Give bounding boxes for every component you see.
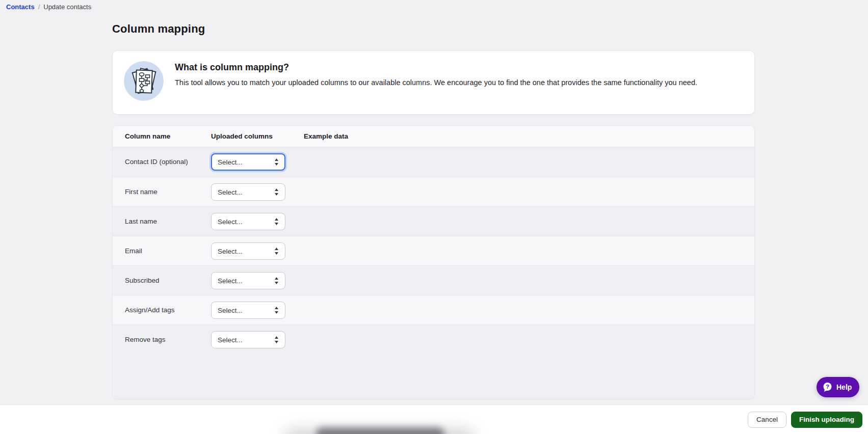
cancel-button[interactable]: Cancel [748, 412, 786, 428]
select-value: Select... [218, 188, 243, 196]
uploaded-column-select[interactable]: Select... [211, 302, 285, 319]
column-name-label: Contact ID (optional) [125, 153, 211, 177]
example-data-cell [304, 153, 754, 177]
example-data-cell [304, 302, 754, 324]
example-data-cell [304, 183, 754, 206]
column-name-label: First name [125, 183, 211, 206]
example-data-cell [304, 272, 754, 295]
table-row-email: Email Select... [113, 236, 754, 265]
select-value: Select... [218, 336, 243, 344]
example-data-cell [304, 213, 754, 236]
select-stepper-icon [274, 277, 279, 284]
header-example-data: Example data [304, 132, 754, 140]
uploaded-column-select[interactable]: Select... [211, 272, 285, 289]
info-card-body: This tool allows you to match your uploa… [175, 78, 739, 88]
example-data-cell [304, 242, 754, 265]
help-button-label: Help [836, 383, 852, 391]
page-title: Column mapping [112, 22, 755, 36]
column-mapping-table: Column name Uploaded columns Example dat… [112, 125, 755, 399]
select-stepper-icon [274, 158, 279, 166]
select-stepper-icon [274, 248, 279, 255]
table-row-remove-tags: Remove tags Select... [113, 324, 754, 399]
info-card-heading: What is column mapping? [175, 62, 739, 73]
main-content: Column mapping [112, 0, 755, 399]
select-stepper-icon [274, 218, 279, 225]
table-row-subscribed: Subscribed Select... [113, 265, 754, 295]
select-value: Select... [218, 218, 243, 226]
table-row-contact-id: Contact ID (optional) Select... [113, 147, 754, 177]
finish-uploading-button[interactable]: Finish uploading [791, 412, 862, 428]
header-column-name: Column name [125, 132, 211, 140]
select-stepper-icon [274, 336, 279, 343]
dock-shadow [316, 427, 444, 434]
help-button[interactable]: ? Help [817, 377, 859, 397]
breadcrumb-current: Update contacts [43, 3, 91, 11]
table-row-last-name: Last name Select... [113, 206, 754, 236]
flowchart-papers-icon [123, 60, 165, 102]
column-name-label: Subscribed [125, 272, 211, 295]
column-name-label: Last name [125, 213, 211, 236]
select-value: Select... [218, 248, 243, 255]
uploaded-column-select[interactable]: Select... [211, 183, 285, 201]
column-name-label: Remove tags [125, 331, 211, 399]
svg-text:?: ? [826, 384, 829, 390]
column-name-label: Assign/Add tags [125, 302, 211, 324]
info-card: What is column mapping? This tool allows… [112, 50, 755, 115]
select-stepper-icon [274, 307, 279, 314]
uploaded-column-select[interactable]: Select... [211, 153, 285, 171]
breadcrumb: Contacts / Update contacts [6, 3, 91, 11]
select-value: Select... [218, 307, 243, 314]
table-header-row: Column name Uploaded columns Example dat… [113, 126, 754, 147]
select-stepper-icon [274, 188, 279, 196]
uploaded-column-select[interactable]: Select... [211, 242, 285, 260]
select-value: Select... [218, 277, 243, 285]
uploaded-column-select[interactable]: Select... [211, 331, 285, 348]
example-data-cell [304, 331, 754, 399]
help-chat-icon: ? [822, 382, 833, 392]
breadcrumb-contacts-link[interactable]: Contacts [6, 3, 35, 11]
table-row-first-name: First name Select... [113, 177, 754, 206]
uploaded-column-select[interactable]: Select... [211, 213, 285, 230]
table-row-assign-add-tags: Assign/Add tags Select... [113, 295, 754, 324]
select-value: Select... [218, 158, 243, 166]
breadcrumb-separator: / [38, 3, 40, 11]
column-name-label: Email [125, 242, 211, 265]
header-uploaded-columns: Uploaded columns [211, 132, 304, 140]
